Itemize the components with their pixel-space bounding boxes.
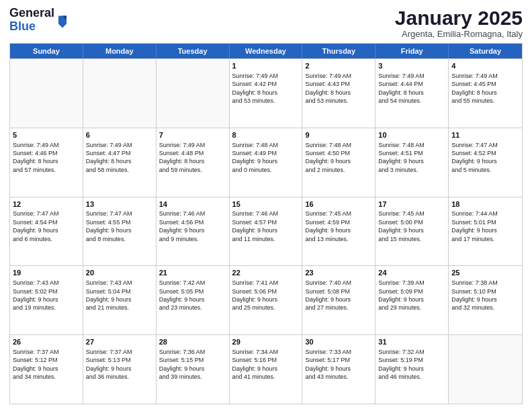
calendar-cell	[10, 59, 83, 128]
weekday-header-thursday: Thursday	[302, 44, 375, 58]
calendar-cell: 27Sunrise: 7:37 AM Sunset: 5:13 PM Dayli…	[83, 335, 157, 404]
calendar-cell: 11Sunrise: 7:47 AM Sunset: 4:52 PM Dayli…	[449, 128, 522, 197]
cell-info: Sunrise: 7:47 AM Sunset: 4:52 PM Dayligh…	[451, 141, 519, 175]
day-number: 11	[451, 130, 519, 140]
cell-info: Sunrise: 7:33 AM Sunset: 5:17 PM Dayligh…	[305, 348, 372, 381]
calendar-cell: 10Sunrise: 7:48 AM Sunset: 4:51 PM Dayli…	[375, 128, 449, 197]
cell-info: Sunrise: 7:47 AM Sunset: 4:55 PM Dayligh…	[86, 210, 153, 243]
calendar-cell: 1Sunrise: 7:49 AM Sunset: 4:42 PM Daylig…	[230, 59, 303, 128]
calendar-cell: 23Sunrise: 7:40 AM Sunset: 5:08 PM Dayli…	[302, 266, 375, 334]
logo-icon	[56, 13, 69, 28]
calendar-body: 1Sunrise: 7:49 AM Sunset: 4:42 PM Daylig…	[10, 58, 522, 404]
day-number: 10	[378, 130, 445, 140]
calendar-row-1: 1Sunrise: 7:49 AM Sunset: 4:42 PM Daylig…	[10, 58, 522, 128]
day-number: 28	[159, 337, 226, 347]
day-number: 19	[13, 268, 80, 278]
title-block: January 2025 Argenta, Emilia-Romagna, It…	[395, 7, 523, 39]
cell-info: Sunrise: 7:47 AM Sunset: 4:54 PM Dayligh…	[13, 210, 80, 243]
weekday-header-monday: Monday	[83, 44, 157, 58]
cell-info: Sunrise: 7:49 AM Sunset: 4:46 PM Dayligh…	[13, 141, 80, 175]
day-number: 30	[305, 337, 372, 347]
page: General Blue January 2025 Argenta, Emili…	[0, 0, 532, 411]
calendar-cell: 8Sunrise: 7:48 AM Sunset: 4:49 PM Daylig…	[230, 128, 303, 197]
logo-blue: Blue	[9, 20, 54, 34]
day-number: 14	[159, 199, 226, 210]
cell-info: Sunrise: 7:49 AM Sunset: 4:47 PM Dayligh…	[86, 141, 153, 175]
cell-info: Sunrise: 7:42 AM Sunset: 5:05 PM Dayligh…	[159, 279, 226, 312]
calendar-row-3: 12Sunrise: 7:47 AM Sunset: 4:54 PM Dayli…	[10, 197, 522, 266]
calendar-cell: 29Sunrise: 7:34 AM Sunset: 5:16 PM Dayli…	[230, 335, 303, 404]
day-number: 7	[159, 130, 226, 140]
day-number: 20	[86, 268, 153, 278]
day-number: 15	[232, 199, 300, 210]
cell-info: Sunrise: 7:49 AM Sunset: 4:48 PM Dayligh…	[159, 141, 226, 175]
calendar-header: SundayMondayTuesdayWednesdayThursdayFrid…	[10, 44, 522, 58]
calendar-cell: 5Sunrise: 7:49 AM Sunset: 4:46 PM Daylig…	[10, 128, 83, 197]
day-number: 12	[13, 199, 80, 210]
calendar-cell	[157, 59, 230, 128]
cell-info: Sunrise: 7:44 AM Sunset: 5:01 PM Dayligh…	[451, 210, 519, 243]
day-number: 25	[451, 268, 519, 278]
day-number: 17	[378, 199, 445, 210]
location: Argenta, Emilia-Romagna, Italy	[395, 29, 523, 39]
cell-info: Sunrise: 7:43 AM Sunset: 5:02 PM Dayligh…	[13, 279, 80, 312]
calendar-cell	[449, 335, 522, 404]
calendar-cell: 26Sunrise: 7:37 AM Sunset: 5:12 PM Dayli…	[10, 335, 83, 404]
weekday-header-saturday: Saturday	[449, 44, 522, 58]
weekday-header-sunday: Sunday	[10, 44, 83, 58]
cell-info: Sunrise: 7:48 AM Sunset: 4:51 PM Dayligh…	[378, 141, 445, 175]
cell-info: Sunrise: 7:32 AM Sunset: 5:19 PM Dayligh…	[378, 348, 445, 381]
calendar-cell: 22Sunrise: 7:41 AM Sunset: 5:06 PM Dayli…	[230, 266, 303, 334]
calendar-cell: 12Sunrise: 7:47 AM Sunset: 4:54 PM Dayli…	[10, 197, 83, 266]
calendar-cell: 4Sunrise: 7:49 AM Sunset: 4:45 PM Daylig…	[449, 59, 522, 128]
cell-info: Sunrise: 7:48 AM Sunset: 4:49 PM Dayligh…	[232, 141, 300, 175]
calendar-cell: 7Sunrise: 7:49 AM Sunset: 4:48 PM Daylig…	[157, 128, 230, 197]
cell-info: Sunrise: 7:45 AM Sunset: 5:00 PM Dayligh…	[378, 210, 445, 243]
calendar-cell: 2Sunrise: 7:49 AM Sunset: 4:43 PM Daylig…	[302, 59, 375, 128]
day-number: 27	[86, 337, 153, 347]
cell-info: Sunrise: 7:46 AM Sunset: 4:57 PM Dayligh…	[232, 210, 300, 243]
day-number: 8	[232, 130, 300, 140]
cell-info: Sunrise: 7:49 AM Sunset: 4:45 PM Dayligh…	[451, 72, 519, 105]
cell-info: Sunrise: 7:49 AM Sunset: 4:42 PM Dayligh…	[232, 72, 300, 105]
calendar-cell: 6Sunrise: 7:49 AM Sunset: 4:47 PM Daylig…	[83, 128, 157, 197]
day-number: 24	[378, 268, 445, 278]
header: General Blue January 2025 Argenta, Emili…	[9, 7, 523, 39]
calendar-row-4: 19Sunrise: 7:43 AM Sunset: 5:02 PM Dayli…	[10, 265, 522, 334]
cell-info: Sunrise: 7:45 AM Sunset: 4:59 PM Dayligh…	[305, 210, 372, 243]
day-number: 29	[232, 337, 300, 347]
calendar-cell: 3Sunrise: 7:49 AM Sunset: 4:44 PM Daylig…	[375, 59, 449, 128]
calendar-cell: 14Sunrise: 7:46 AM Sunset: 4:56 PM Dayli…	[157, 197, 230, 266]
cell-info: Sunrise: 7:48 AM Sunset: 4:50 PM Dayligh…	[305, 141, 372, 175]
logo-general: General	[9, 7, 54, 20]
cell-info: Sunrise: 7:49 AM Sunset: 4:43 PM Dayligh…	[305, 72, 372, 105]
cell-info: Sunrise: 7:39 AM Sunset: 5:09 PM Dayligh…	[378, 279, 445, 312]
day-number: 5	[13, 130, 80, 140]
weekday-header-tuesday: Tuesday	[157, 44, 230, 58]
day-number: 4	[451, 61, 519, 71]
cell-info: Sunrise: 7:36 AM Sunset: 5:15 PM Dayligh…	[159, 348, 226, 381]
weekday-header-friday: Friday	[375, 44, 449, 58]
calendar: SundayMondayTuesdayWednesdayThursdayFrid…	[9, 43, 523, 404]
day-number: 26	[13, 337, 80, 347]
calendar-cell: 13Sunrise: 7:47 AM Sunset: 4:55 PM Dayli…	[83, 197, 157, 266]
cell-info: Sunrise: 7:34 AM Sunset: 5:16 PM Dayligh…	[232, 348, 300, 381]
day-number: 21	[159, 268, 226, 278]
day-number: 31	[378, 337, 445, 347]
cell-info: Sunrise: 7:46 AM Sunset: 4:56 PM Dayligh…	[159, 210, 226, 243]
day-number: 16	[305, 199, 372, 210]
day-number: 1	[232, 61, 300, 71]
weekday-header-wednesday: Wednesday	[230, 44, 303, 58]
cell-info: Sunrise: 7:37 AM Sunset: 5:13 PM Dayligh…	[86, 348, 153, 381]
calendar-cell	[83, 59, 157, 128]
cell-info: Sunrise: 7:38 AM Sunset: 5:10 PM Dayligh…	[451, 279, 519, 312]
day-number: 6	[86, 130, 153, 140]
day-number: 22	[232, 268, 300, 278]
month-title: January 2025	[395, 7, 523, 29]
calendar-cell: 16Sunrise: 7:45 AM Sunset: 4:59 PM Dayli…	[302, 197, 375, 266]
day-number: 23	[305, 268, 372, 278]
calendar-cell: 18Sunrise: 7:44 AM Sunset: 5:01 PM Dayli…	[449, 197, 522, 266]
calendar-cell: 28Sunrise: 7:36 AM Sunset: 5:15 PM Dayli…	[157, 335, 230, 404]
calendar-cell: 24Sunrise: 7:39 AM Sunset: 5:09 PM Dayli…	[375, 266, 449, 334]
cell-info: Sunrise: 7:49 AM Sunset: 4:44 PM Dayligh…	[378, 72, 445, 105]
